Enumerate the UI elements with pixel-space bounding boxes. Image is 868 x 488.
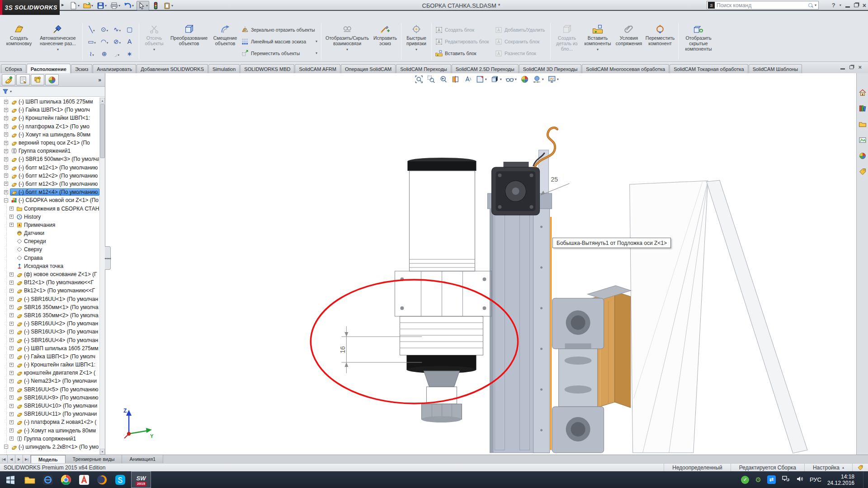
expand-toggle[interactable]: + — [9, 313, 14, 317]
tree-item[interactable]: + — [0, 311, 99, 319]
tree-item[interactable]: + — [0, 336, 99, 344]
help-dropdown-icon[interactable]: ▾ — [840, 3, 841, 7]
sketch-fillet-button[interactable]: ◞ — [111, 47, 123, 60]
expand-toggle[interactable]: + — [4, 190, 8, 194]
tree-item[interactable]: + — [0, 394, 99, 402]
expand-toggle[interactable]: + — [9, 404, 14, 408]
ribbon-tab[interactable]: Эскиз — [71, 64, 92, 73]
machine-frame[interactable] — [630, 180, 807, 453]
antivirus-tray-icon[interactable]: ✓ — [741, 476, 749, 484]
document-restore-button[interactable] — [849, 66, 854, 69]
tree-item[interactable]: + — [0, 410, 99, 418]
property-manager-tab[interactable] — [16, 74, 30, 85]
mirror-entities-button[interactable]: Зеркально отразить объекты — [240, 24, 319, 35]
menu-expand-icon[interactable]: ▸ — [61, 2, 64, 8]
viewport-3d-scene[interactable]: 16 25 Z Y — [105, 73, 856, 455]
tree-item[interactable]: + — [0, 286, 99, 295]
print-button[interactable]: ▾ — [109, 1, 121, 10]
expand-toggle[interactable]: + — [9, 322, 14, 326]
view-palette-icon[interactable] — [859, 136, 867, 146]
expand-toggle[interactable]: + — [4, 141, 8, 145]
ribbon-tab[interactable]: SOLIDWORKS MBD — [240, 64, 294, 73]
document-tab[interactable]: Модель — [31, 455, 66, 463]
custom-status-tab[interactable]: Настройка▴ — [804, 464, 852, 471]
tree-item[interactable]: + — [0, 221, 99, 229]
stepper-motor[interactable] — [492, 162, 540, 215]
expand-toggle[interactable]: − — [4, 198, 8, 202]
tree-item[interactable]: + — [0, 98, 99, 106]
tree-item[interactable]: − — [0, 443, 99, 451]
help-button[interactable]: ? — [832, 2, 835, 9]
minimize-button[interactable] — [845, 6, 850, 8]
tree-item[interactable]: + — [0, 204, 99, 212]
expand-toggle[interactable]: + — [9, 387, 14, 391]
tree-item[interactable]: + — [0, 131, 99, 139]
solidworks-taskbar-icon[interactable]: SW2015 — [131, 471, 151, 488]
expand-toggle[interactable]: + — [9, 281, 14, 285]
expand-toggle[interactable]: + — [9, 272, 14, 277]
tree-item[interactable]: − — [0, 196, 99, 204]
trim-entities-button[interactable]: Отсечь объекты▾ — [141, 22, 167, 61]
scroll-up-arrow[interactable]: ▲ — [100, 98, 105, 103]
expand-toggle[interactable]: + — [9, 412, 14, 416]
next-tab-button[interactable]: ▶ — [15, 455, 23, 463]
volume-tray-icon[interactable] — [796, 475, 804, 485]
autodimension-button[interactable]: Автоматическое нанесение раз...▾ — [35, 22, 80, 61]
expand-toggle[interactable]: + — [4, 157, 8, 161]
tree-item[interactable]: + — [0, 106, 99, 114]
command-search-box[interactable]: S Поиск команд ▾ — [707, 1, 819, 9]
configuration-manager-tab[interactable] — [31, 74, 44, 85]
tree-scrollbar[interactable]: ▲ ▼ — [99, 98, 105, 455]
expand-toggle[interactable]: + — [9, 395, 14, 399]
sketch-centerline-button[interactable]: ∗ — [123, 47, 136, 60]
new-document-button[interactable]: ▾ — [69, 1, 80, 10]
expand-toggle[interactable]: + — [4, 132, 8, 136]
ribbon-tab[interactable]: Добавления SOLIDWORKS — [137, 64, 208, 73]
last-tab-button[interactable]: ▶| — [23, 455, 31, 463]
solidworks-resources-icon[interactable] — [859, 89, 867, 99]
custom-properties-icon[interactable] — [859, 168, 867, 178]
repair-sketch-button[interactable]: Исправить эскиз — [371, 22, 399, 61]
ribbon-tab[interactable]: SolidCAM Многоосевая обработка — [582, 64, 669, 73]
view-settings-button[interactable]: ▾ — [547, 75, 559, 84]
ribbon-tab[interactable]: SolidCAM Переходы — [396, 64, 451, 73]
expand-toggle[interactable]: + — [9, 330, 14, 334]
expand-toggle[interactable]: + — [9, 338, 14, 342]
expand-toggle[interactable]: + — [9, 297, 14, 301]
scroll-thumb[interactable] — [100, 104, 105, 158]
expand-toggle[interactable]: + — [4, 149, 8, 153]
tree-item[interactable]: + — [0, 270, 99, 278]
ribbon-tab[interactable]: Сборка — [1, 64, 26, 73]
spindle-motor[interactable] — [395, 158, 491, 422]
ribbon-tab[interactable]: SolidCAM Шаблоны — [749, 64, 802, 73]
tag-icon[interactable] — [852, 464, 868, 471]
expand-toggle[interactable]: + — [9, 305, 14, 309]
restore-button[interactable] — [854, 3, 859, 7]
show-hidden-components-button[interactable]: Отобразить скрытые компоненты — [680, 22, 717, 61]
sketch-point-button[interactable]: ⊕ — [98, 47, 111, 60]
ribbon-tab[interactable]: SolidCAM Токарная обработка — [670, 64, 748, 73]
tree-item[interactable]: + — [0, 435, 99, 443]
tree-item[interactable]: + — [0, 147, 99, 155]
close-button[interactable]: × — [863, 2, 866, 9]
quick-snaps-button[interactable]: Быстрые привязки▾ — [403, 22, 429, 61]
undo-button[interactable]: ▾ — [123, 1, 135, 10]
zoom-to-fit-button[interactable] — [415, 75, 423, 84]
expand-toggle[interactable]: + — [9, 354, 14, 358]
expand-toggle[interactable]: + — [4, 165, 8, 169]
sketch-ellipse-button[interactable]: ⊘ — [111, 35, 123, 47]
section-view-button[interactable] — [451, 75, 460, 84]
design-library-icon[interactable] — [859, 104, 867, 114]
tree-item[interactable]: + — [0, 319, 99, 328]
offset-entities-button[interactable]: Смещение объектов — [211, 22, 240, 61]
tree-item[interactable]: + — [0, 180, 99, 188]
ribbon-tab[interactable]: SolidCAM AFRM — [295, 64, 340, 73]
tree-item[interactable]: Спереди — [0, 237, 99, 245]
move-component-button[interactable]: Переместить компонент — [644, 22, 676, 61]
document-tab[interactable]: Трехмерные виды — [66, 455, 123, 463]
insert-components-button[interactable]: Вставить компоненты▾ — [581, 22, 614, 61]
open-document-button[interactable]: ▾ — [82, 1, 94, 10]
tree-item[interactable]: + — [0, 352, 99, 361]
tree-item[interactable]: + — [0, 344, 99, 352]
tree-item[interactable]: + — [0, 188, 99, 196]
